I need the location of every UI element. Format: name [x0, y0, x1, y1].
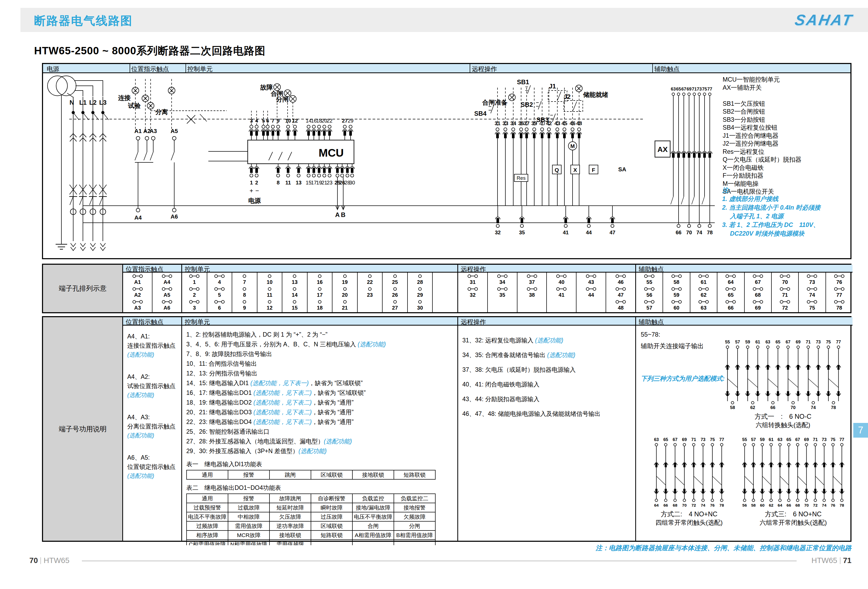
header-separator	[186, 64, 186, 72]
terminal-number: 32	[470, 291, 475, 298]
terminal-number: 67	[755, 279, 761, 285]
terminal-hole-icon	[189, 300, 193, 304]
functions-col-remote: 远程操作 31、32: 远程复位电源输入 (选配功能)34、35: 合闸准备就绪…	[458, 317, 636, 541]
terminal-link	[193, 301, 196, 302]
terminal-symbol	[672, 273, 682, 279]
position-contacts-section: 连接试验分离A1A2A3A5A4A6	[118, 79, 178, 221]
terminal-number: 35	[499, 291, 505, 298]
terminal-entry: 1	[189, 273, 199, 286]
svg-text:A1: A1	[134, 128, 142, 134]
remote-operation-section: SB4SB1合闸准备SB2J1J2SB3储能就绪3133343637394042…	[474, 78, 626, 235]
svg-text:A5: A5	[171, 128, 178, 134]
terminal-symbol	[293, 299, 296, 304]
position-opt: (选配功能)	[127, 431, 181, 440]
terminal-entry: 16	[317, 273, 322, 286]
terminal-symbol	[672, 299, 682, 304]
table-cell: 过频故障	[187, 521, 228, 530]
svg-text:65: 65	[663, 437, 668, 442]
terminal-link	[589, 289, 593, 289]
function-line: 34、35: 合闸准备就绪信号输出 (选配功能)	[458, 348, 635, 362]
terminal-link	[500, 276, 504, 276]
terminal-hole-icon	[616, 275, 619, 278]
terminal-link	[675, 276, 678, 276]
svg-text:71: 71	[806, 340, 810, 344]
terminal-number: 27	[392, 304, 398, 311]
svg-text:63: 63	[765, 340, 770, 344]
svg-text:75: 75	[710, 437, 715, 442]
svg-text:1: 1	[250, 180, 253, 186]
function-line: 3、4、5、6: 用于电压显示，分别为 A、B、C、N 三相电压输入 (选配功能…	[182, 340, 458, 349]
function-line: 22、23: 继电器输出DO4 (选配功能，见下表二)，缺省为 “通用”	[182, 417, 458, 427]
terminal-hole-icon	[418, 287, 422, 291]
terminal-map-row-label: 端子孔排列示意	[43, 265, 123, 312]
optional-tag: (选配功能，见下表二)	[254, 389, 312, 396]
terminal-map-cell: 676869	[745, 273, 772, 312]
svg-text:57: 57	[735, 340, 740, 344]
function-line: 27、28: 外接互感器输入（地电流返回型、漏电型）(选配功能)	[182, 437, 458, 446]
svg-text:72: 72	[813, 503, 818, 508]
terminal-hole-icon	[586, 287, 589, 291]
terminal-hole-icon	[586, 275, 589, 278]
terminal-number: 46	[618, 279, 623, 285]
terminal-symbol	[807, 299, 817, 304]
diagram-header-0: 电源	[47, 65, 59, 73]
terminal-entry: 12	[267, 299, 272, 312]
svg-text:Res: Res	[517, 175, 526, 181]
function-line: 14、15: 继电器输入DI1 (选配功能，见下表一)，缺省为 “区域联锁”	[182, 378, 458, 388]
svg-text:55: 55	[742, 437, 747, 442]
legend-line: SA一电机限位开关	[723, 188, 774, 195]
terminal-hole-icon	[672, 287, 675, 291]
terminal-hole-icon	[760, 300, 763, 304]
terminal-symbol	[834, 299, 844, 304]
terminal-entry: 34	[497, 273, 508, 286]
table-cell: 瞬时故障	[311, 503, 353, 512]
terminal-link	[193, 289, 196, 289]
svg-text:34: 34	[510, 120, 517, 126]
terminal-number: 11	[267, 291, 272, 298]
terminal-entry: 47	[616, 286, 626, 299]
svg-text:67: 67	[785, 340, 790, 344]
optional-tag: (选配功能)	[535, 337, 563, 344]
terminal-hole-icon	[474, 275, 478, 278]
terminal-map-cells: A1A2A3A4A5A6	[123, 273, 181, 312]
terminal-symbol	[698, 286, 709, 291]
terminal-hole-icon	[393, 300, 397, 304]
svg-text:55: 55	[725, 340, 730, 344]
terminal-hole-icon	[393, 287, 397, 291]
terminal-map-cell: 616263	[690, 273, 717, 312]
terminal-symbol	[780, 299, 790, 304]
svg-text:J2: J2	[564, 93, 571, 100]
legend-line: J1一遥控合闸继电器	[723, 132, 778, 139]
terminal-hole-icon	[672, 300, 675, 304]
terminal-map-group-0: 位置指示触点A1A2A3A4A5A6	[123, 265, 182, 312]
terminal-hole-icon	[622, 275, 626, 278]
table-cell: 自诊断报警	[311, 494, 353, 503]
terminal-number: 58	[673, 279, 679, 285]
terminal-hole-icon	[644, 287, 648, 291]
terminal-link	[838, 276, 841, 276]
terminal-hole-icon	[834, 287, 838, 291]
svg-text:31: 31	[495, 120, 500, 126]
terminal-hole-icon	[672, 275, 675, 278]
terminal-hole-icon	[318, 300, 322, 304]
table-cell: 过载预报警	[187, 503, 228, 512]
terminal-number: 6	[218, 304, 221, 311]
svg-text:39: 39	[531, 120, 537, 126]
svg-text:SB4: SB4	[474, 110, 487, 117]
table-cell: 相序故障	[187, 530, 228, 540]
terminal-entry: 5	[214, 286, 224, 299]
function-line: 29、30: 外接互感器输入（3P+N 差值型）(选配功能)	[182, 446, 458, 456]
terminal-number: 62	[701, 291, 706, 298]
table-cell: N相需用值故障	[228, 540, 270, 545]
header-separator	[470, 64, 470, 72]
terminal-symbol	[780, 286, 790, 291]
svg-text:J1: J1	[549, 83, 556, 90]
terminal-number: A3	[134, 304, 141, 311]
terminal-hole-icon	[593, 287, 596, 291]
terminal-hole-icon	[214, 275, 218, 278]
terminal-symbol	[616, 273, 626, 279]
optional-tag: (选配功能)	[298, 447, 327, 455]
terminal-link	[471, 276, 474, 276]
terminal-hole-icon	[534, 275, 537, 278]
terminal-link	[756, 276, 760, 276]
